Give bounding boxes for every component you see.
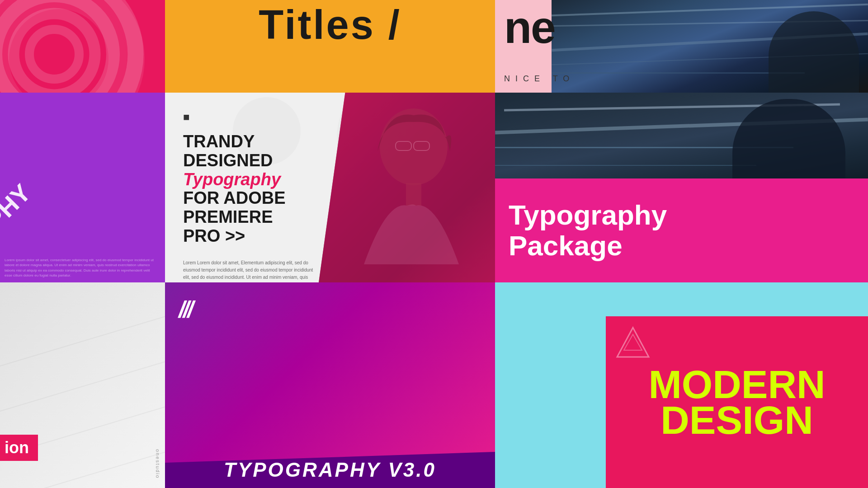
typography-package-text: Typography Package xyxy=(509,200,667,261)
onestudio-label: onestudio xyxy=(155,449,160,479)
trandy-designed-text: TRANDY DESIGNED xyxy=(183,132,310,170)
for-adobe-text: FOR ADOBE xyxy=(183,189,310,208)
svg-marker-13 xyxy=(624,334,642,350)
titles-heading: Titles / xyxy=(259,5,401,45)
typography-v3-text: TYPOGRAPHY V3.0 xyxy=(224,459,436,481)
large-text-display: ne xyxy=(504,7,555,47)
cell-gradient-v3: /// TYPOGRAPHY V3.0 xyxy=(165,282,495,488)
svg-point-3 xyxy=(29,29,79,79)
cell-pink-circles xyxy=(0,0,165,93)
design-text: DESIGN xyxy=(660,402,813,438)
cell-cyan-modern: MODERN DESIGN xyxy=(495,282,868,488)
premiere-pro-text: PREMIERE PRO >> xyxy=(183,208,310,246)
woman-photo xyxy=(319,93,495,282)
purple-small-text: Lorem ipsum dolor sit amet, consectetuer… xyxy=(5,258,158,278)
main-grid: Titles / ne NICE TO RIC xyxy=(0,0,868,488)
modern-text: MODERN xyxy=(648,366,825,402)
photo-overlay xyxy=(319,93,495,282)
typography-content: ■ TRANDY DESIGNED Typography FOR ADOBE P… xyxy=(165,93,328,282)
svg-line-9 xyxy=(0,350,165,418)
svg-marker-12 xyxy=(617,328,649,357)
modern-design-box: MODERN DESIGN xyxy=(606,316,868,488)
typography-package-label: Typography Package xyxy=(509,200,667,261)
bracket-mark: ■ xyxy=(183,111,310,123)
nice-to-label: NICE TO xyxy=(504,74,575,84)
cell-car-typography: Typography Package xyxy=(495,93,868,282)
cell-orange-titles: Titles / xyxy=(165,0,495,93)
ion-badge: ion xyxy=(0,435,38,461)
typography-package-bar: Typography Package xyxy=(495,178,868,282)
cell-city-photo: ne NICE TO xyxy=(495,0,868,93)
cell-purple-diagonal: RIC APHY Lorem ipsum dolor sit amet, con… xyxy=(0,93,165,282)
svg-line-8 xyxy=(0,305,165,373)
woman-photo-bg xyxy=(319,93,495,282)
cell-typography-info: ■ TRANDY DESIGNED Typography FOR ADOBE P… xyxy=(165,93,495,282)
ion-label: ion xyxy=(0,435,38,461)
lorem-ipsum-text: Lorem Lorem dolor sit amet, Elementum ad… xyxy=(183,259,319,282)
typography-italic-text: Typography xyxy=(183,170,310,189)
slash-marks: /// xyxy=(179,296,191,323)
cell-white-decorative: ion onestudio xyxy=(0,282,165,488)
